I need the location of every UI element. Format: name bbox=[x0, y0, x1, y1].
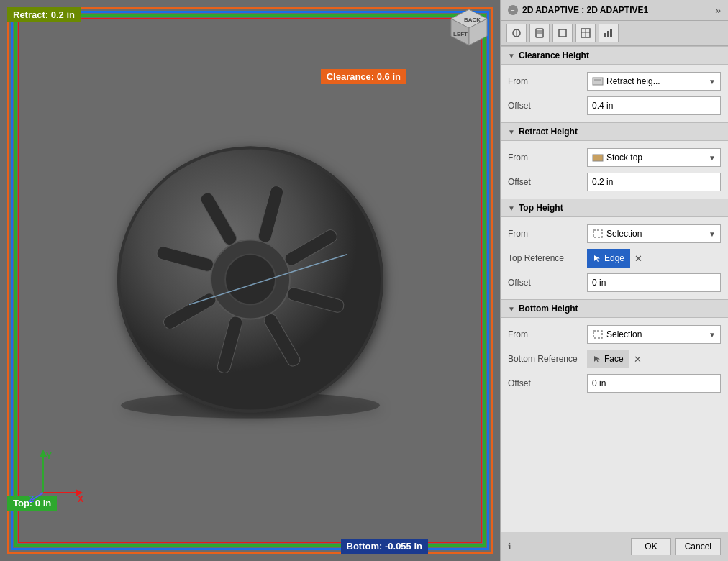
bottom-height-label: Bottom Height bbox=[519, 304, 578, 314]
top-height-label: Top Height bbox=[519, 203, 563, 213]
top-from-control: Selection ▼ bbox=[587, 224, 721, 243]
axes-indicator: Y X Z bbox=[29, 446, 86, 503]
top-reference-edge-btn[interactable]: Edge bbox=[587, 249, 630, 268]
panel-header: − 2D ADAPTIVE : 2D ADAPTIVE1 » bbox=[501, 0, 728, 21]
bottom-reference-control: Face ✕ bbox=[587, 350, 721, 368]
toolbar-btn-tool[interactable] bbox=[506, 24, 527, 42]
toolbar-btn-chart[interactable] bbox=[599, 24, 619, 42]
section-top-height[interactable]: ▼ Top Height bbox=[501, 199, 728, 217]
section-retract-height[interactable]: ▼ Retract Height bbox=[501, 122, 728, 141]
bottom-from-select[interactable]: Selection ▼ bbox=[587, 325, 721, 344]
svg-rect-45 bbox=[593, 331, 602, 338]
svg-rect-40 bbox=[593, 78, 603, 85]
top-from-arrow-icon: ▼ bbox=[709, 230, 716, 238]
top-reference-tag-label: Edge bbox=[604, 253, 624, 263]
clearance-offset-input[interactable] bbox=[587, 96, 721, 115]
bottom-from-row: From Selection ▼ bbox=[501, 322, 728, 347]
svg-rect-39 bbox=[610, 29, 612, 37]
retract-from-label: From bbox=[508, 152, 587, 163]
bottom-label: Bottom: -0.055 in bbox=[341, 539, 428, 554]
svg-rect-33 bbox=[559, 29, 566, 37]
panel-title-group: − 2D ADAPTIVE : 2D ADAPTIVE1 bbox=[508, 5, 648, 15]
cancel-button[interactable]: Cancel bbox=[675, 538, 721, 555]
toolbar-btn-page[interactable] bbox=[529, 24, 550, 42]
top-reference-control: Edge ✕ bbox=[587, 249, 721, 268]
svg-text:Z: Z bbox=[29, 494, 34, 503]
clearance-from-select[interactable]: Retract heig... ▼ bbox=[587, 72, 721, 91]
panel-content: ▼ Clearance Height From Retract heig... … bbox=[501, 46, 728, 532]
bottom-from-label: From bbox=[508, 329, 587, 339]
clearance-from-row: From Retract heig... ▼ bbox=[501, 69, 728, 94]
bottom-from-control: Selection ▼ bbox=[587, 325, 721, 344]
top-offset-input[interactable] bbox=[587, 273, 721, 292]
top-reference-row: Top Reference Edge ✕ bbox=[501, 246, 728, 270]
svg-rect-37 bbox=[604, 33, 606, 37]
top-offset-control bbox=[587, 273, 721, 292]
svg-rect-42 bbox=[593, 155, 603, 161]
stock-top-icon bbox=[592, 152, 604, 163]
section-bottom-height[interactable]: ▼ Bottom Height bbox=[501, 299, 728, 318]
svg-text:Y: Y bbox=[46, 451, 52, 461]
retract-from-row: From Stock top ▼ bbox=[501, 145, 728, 170]
svg-text:LEFT: LEFT bbox=[453, 31, 468, 37]
clearance-from-label: From bbox=[508, 76, 587, 86]
retract-offset-control bbox=[587, 173, 721, 191]
bottom-from-arrow-icon: ▼ bbox=[709, 331, 716, 339]
top-from-value: Selection bbox=[606, 229, 642, 239]
clearance-offset-row: Offset bbox=[501, 94, 728, 118]
top-reference-tag-row: Edge ✕ bbox=[587, 249, 721, 268]
retract-offset-input[interactable] bbox=[587, 173, 721, 191]
top-reference-clear-btn[interactable]: ✕ bbox=[633, 253, 644, 264]
panel-forward-btn[interactable]: » bbox=[715, 4, 721, 16]
face-cursor-icon bbox=[593, 355, 601, 363]
selection-icon bbox=[592, 229, 604, 239]
retract-offset-label: Offset bbox=[508, 177, 587, 187]
properties-panel: − 2D ADAPTIVE : 2D ADAPTIVE1 » ▼ Clearan… bbox=[500, 0, 728, 561]
top-from-select[interactable]: Selection ▼ bbox=[587, 224, 721, 243]
ok-button[interactable]: OK bbox=[631, 538, 670, 555]
bottom-reference-tag-label: Face bbox=[604, 354, 624, 364]
bottom-offset-input[interactable] bbox=[587, 374, 721, 393]
clearance-offset-control bbox=[587, 96, 721, 115]
top-reference-label: Top Reference bbox=[508, 253, 587, 263]
panel-footer: ℹ OK Cancel bbox=[501, 532, 728, 561]
clearance-from-control: Retract heig... ▼ bbox=[587, 72, 721, 91]
bottom-reference-row: Bottom Reference Face ✕ bbox=[501, 347, 728, 371]
retract-height-body: From Stock top ▼ Offset bbox=[501, 141, 728, 199]
svg-rect-38 bbox=[607, 31, 609, 37]
retract-offset-row: Offset bbox=[501, 170, 728, 194]
toolbar-btn-table[interactable] bbox=[575, 24, 596, 42]
top-offset-row: Offset bbox=[501, 270, 728, 295]
retract-from-control: Stock top ▼ bbox=[587, 148, 721, 167]
bottom-reference-label: Bottom Reference bbox=[508, 354, 587, 364]
toolbar-btn-box[interactable] bbox=[552, 24, 573, 42]
clearance-from-value: Retract heig... bbox=[606, 76, 660, 86]
retract-height-label: Retract Height bbox=[519, 127, 578, 137]
svg-text:X: X bbox=[78, 494, 83, 503]
clearance-height-body: From Retract heig... ▼ Offset bbox=[501, 65, 728, 122]
clearance-arrow-icon: ▼ bbox=[508, 52, 515, 60]
view-cube[interactable]: BACK LEFT bbox=[444, 6, 494, 56]
bottom-selection-icon bbox=[592, 329, 604, 339]
bottom-offset-control bbox=[587, 374, 721, 393]
svg-text:BACK: BACK bbox=[464, 17, 481, 23]
section-clearance-height[interactable]: ▼ Clearance Height bbox=[501, 46, 728, 65]
svg-marker-44 bbox=[594, 255, 600, 262]
cursor-icon bbox=[593, 254, 601, 263]
bottom-reference-tag-row: Face ✕ bbox=[587, 350, 721, 368]
panel-title: 2D ADAPTIVE : 2D ADAPTIVE1 bbox=[522, 5, 648, 15]
bottom-reference-face-btn[interactable]: Face bbox=[587, 350, 629, 368]
top-offset-label: Offset bbox=[508, 278, 587, 288]
info-icon: ℹ bbox=[508, 542, 511, 552]
clearance-label: Clearance: 0.6 in bbox=[321, 69, 406, 84]
svg-marker-46 bbox=[594, 356, 600, 362]
panel-icon: − bbox=[508, 5, 518, 15]
retract-from-select[interactable]: Stock top ▼ bbox=[587, 148, 721, 167]
retract-icon bbox=[592, 76, 604, 86]
bottom-offset-row: Offset bbox=[501, 371, 728, 396]
3d-viewport[interactable]: Retract: 0.2 in Clearance: 0.6 in Top: 0… bbox=[0, 0, 500, 561]
bottom-height-body: From Selection ▼ Bottom Reference Face bbox=[501, 318, 728, 400]
top-arrow-icon: ▼ bbox=[508, 204, 515, 212]
bottom-reference-clear-btn[interactable]: ✕ bbox=[632, 354, 643, 365]
retract-from-value: Stock top bbox=[606, 152, 642, 163]
